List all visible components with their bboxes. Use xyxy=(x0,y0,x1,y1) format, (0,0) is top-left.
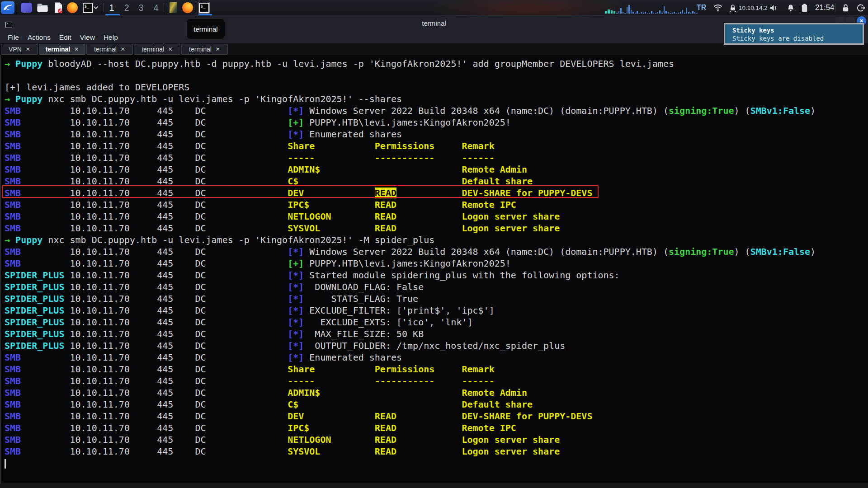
logout-power-icon[interactable] xyxy=(857,0,865,15)
firefox-window-button[interactable] xyxy=(182,2,193,14)
tab-close-icon[interactable]: ✕ xyxy=(26,46,30,52)
tab-bar: VPN ✕ terminal ✕ terminal ✕ terminal ✕ t… xyxy=(0,43,868,55)
tab-terminal-3[interactable]: terminal ✕ xyxy=(134,44,180,55)
terminal-line: → Puppy bloodyAD --host DC.puppy.htb -d … xyxy=(5,58,868,70)
tab-label: terminal xyxy=(189,46,212,53)
panel-separator xyxy=(104,3,104,12)
workspace-button-3[interactable]: 3 xyxy=(135,1,147,14)
terminal-line: SMB 10.10.11.70 445 DC ----- -----------… xyxy=(5,152,868,164)
menu-help[interactable]: Help xyxy=(104,33,118,42)
folder-icon xyxy=(37,3,48,13)
volume-icon[interactable] xyxy=(769,0,778,15)
taskbar-tooltip: terminal xyxy=(186,19,225,39)
terminal-viewport[interactable]: → Puppy bloodyAD --host DC.puppy.htb -d … xyxy=(0,55,868,483)
terminal-line: SMB 10.10.11.70 445 DC NETLOGON READ Log… xyxy=(5,211,868,222)
terminal-line: SPIDER_PLUS 10.10.11.70 445 DC [*] MAX_F… xyxy=(5,328,868,340)
active-workspace-indicator xyxy=(105,14,120,15)
audio-visualizer xyxy=(605,3,698,14)
menu-actions[interactable]: Actions xyxy=(28,33,51,42)
active-window-indicator xyxy=(198,14,212,15)
kali-menu-button[interactable] xyxy=(1,1,14,14)
firefox-icon xyxy=(67,2,78,13)
workspace-button-1[interactable]: 1 xyxy=(105,1,118,14)
desktop-icon: ... xyxy=(21,3,32,13)
terminal-line: SMB 10.10.11.70 445 DC DEV READ DEV-SHAR… xyxy=(5,410,868,422)
terminal-line: SPIDER_PLUS 10.10.11.70 445 DC [*] Start… xyxy=(5,269,868,281)
annotation-red-box xyxy=(2,185,599,198)
notifications-bell-icon[interactable] xyxy=(787,0,794,15)
notification-body: Sticky keys are disabled xyxy=(732,34,863,42)
terminal-line: SMB 10.10.11.70 445 DC ----- -----------… xyxy=(5,375,868,387)
terminal-line: SPIDER_PLUS 10.10.11.70 445 DC [*] EXCLU… xyxy=(5,316,868,328)
terminal-line: SMB 10.10.11.70 445 DC IPC$ READ Remote … xyxy=(5,199,868,211)
clock[interactable]: 21:54 xyxy=(812,0,837,15)
terminal-line: SMB 10.10.11.70 445 DC Share Permissions… xyxy=(5,363,868,375)
desktop: ... $_ xyxy=(0,0,868,488)
terminal-line: SMB 10.10.11.70 445 DC [*] Enumerated sh… xyxy=(5,128,868,140)
terminal-line: SMB 10.10.11.70 445 DC Share Permissions… xyxy=(5,140,868,152)
menu-view[interactable]: View xyxy=(80,33,95,42)
tab-terminal-1[interactable]: terminal ✕ xyxy=(39,44,85,55)
firefox-icon xyxy=(182,2,193,13)
tab-label: terminal xyxy=(142,46,164,53)
chevron-down-icon xyxy=(93,6,99,9)
tab-close-icon[interactable]: ✕ xyxy=(216,46,220,52)
image-viewer-window-button[interactable] xyxy=(167,2,179,14)
terminal-line: SMB 10.10.11.70 445 DC SYSVOL READ Logon… xyxy=(5,222,868,234)
terminal-line xyxy=(5,457,868,469)
tab-terminal-2[interactable]: terminal ✕ xyxy=(86,44,133,55)
wifi-icon[interactable] xyxy=(713,0,722,15)
terminal-line: SPIDER_PLUS 10.10.11.70 445 DC [*] STATS… xyxy=(5,293,868,305)
terminal-line: → Puppy nxc smb DC.puppy.htb -u levi.jam… xyxy=(5,93,868,105)
firefox-launcher-button[interactable] xyxy=(66,2,79,14)
panel-separator xyxy=(164,3,164,12)
terminal-window-button[interactable]: $_ xyxy=(198,2,210,14)
terminal-line: [+] levi.james added to DEVELOPERS xyxy=(5,81,868,93)
workspace-button-4[interactable]: 4 xyxy=(150,1,162,14)
terminal-line: SMB 10.10.11.70 445 DC IPC$ READ Remote … xyxy=(5,422,868,434)
terminal-line: → Puppy nxc smb DC.puppy.htb -u levi.jam… xyxy=(5,234,868,246)
vpn-ip-address[interactable]: 10.10.14.2 xyxy=(739,0,768,15)
keyboard-layout-indicator[interactable]: TR xyxy=(697,0,706,15)
terminal-line: SMB 10.10.11.70 445 DC [+] PUPPY.HTB\lev… xyxy=(5,258,868,269)
lock-screen-icon[interactable] xyxy=(842,0,849,15)
menu-edit[interactable]: Edit xyxy=(59,33,71,42)
file-manager-button[interactable] xyxy=(36,2,49,14)
window-bottom-edge xyxy=(0,483,868,488)
tab-label: terminal xyxy=(46,46,70,53)
tab-label: VPN xyxy=(9,46,22,53)
panel-separator xyxy=(17,3,17,12)
tab-label: terminal xyxy=(94,46,117,53)
terminal-line: SMB 10.10.11.70 445 DC [*] Windows Serve… xyxy=(5,246,868,258)
terminal-line: SPIDER_PLUS 10.10.11.70 445 DC [*] DOWNL… xyxy=(5,281,868,293)
window-title: terminal xyxy=(422,19,446,27)
terminal-line: SMB 10.10.11.70 445 DC [+] PUPPY.HTB\lev… xyxy=(5,117,868,128)
text-editor-button[interactable] xyxy=(52,2,65,14)
image-thumbnail-icon xyxy=(170,2,177,13)
show-desktop-button[interactable]: ... xyxy=(20,2,33,14)
menu-file[interactable]: File xyxy=(8,33,19,42)
document-edit-icon xyxy=(53,2,63,14)
terminal-line: SMB 10.10.11.70 445 DC ADMIN$ Remote Adm… xyxy=(5,164,868,175)
launcher-dropdown-button[interactable] xyxy=(92,2,99,14)
tab-close-icon[interactable]: ✕ xyxy=(74,46,79,52)
vpn-lock-icon[interactable] xyxy=(729,0,737,15)
tab-vpn[interactable]: VPN ✕ xyxy=(1,44,38,55)
terminal-icon: $_ xyxy=(199,3,209,13)
terminal-line: SMB 10.10.11.70 445 DC [*] Windows Serve… xyxy=(5,105,868,117)
terminal-line: SPIDER_PLUS 10.10.11.70 445 DC [*] OUTPU… xyxy=(5,340,868,352)
terminal-line xyxy=(5,70,868,81)
taskbar: ... $_ xyxy=(0,0,868,15)
terminal-output: → Puppy bloodyAD --host DC.puppy.htb -d … xyxy=(5,58,868,469)
sticky-keys-notification[interactable]: Sticky keys Sticky keys are disabled xyxy=(724,23,864,45)
tab-terminal-4[interactable]: terminal ✕ xyxy=(181,44,228,55)
tab-close-icon[interactable]: ✕ xyxy=(121,46,125,52)
tab-close-icon[interactable]: ✕ xyxy=(168,46,173,52)
clipboard-icon[interactable] xyxy=(801,0,808,15)
window-terminal-icon: >_ xyxy=(5,22,12,28)
terminal-line: SMB 10.10.11.70 445 DC NETLOGON READ Log… xyxy=(5,434,868,446)
terminal-line: SMB 10.10.11.70 445 DC C$ Default share xyxy=(5,399,868,410)
terminal-line: SMB 10.10.11.70 445 DC SYSVOL READ Logon… xyxy=(5,446,868,457)
workspace-button-2[interactable]: 2 xyxy=(120,1,133,14)
notification-title: Sticky keys xyxy=(732,26,863,34)
